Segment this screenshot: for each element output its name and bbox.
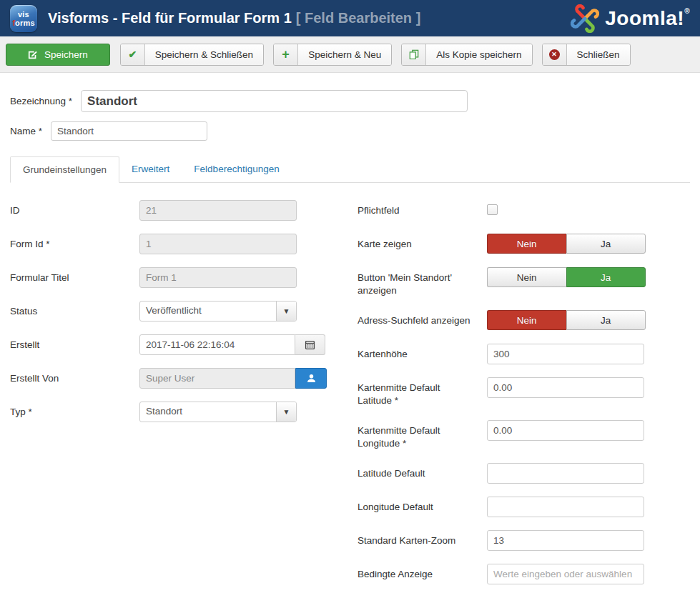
tab-erweitert[interactable]: Erweitert xyxy=(119,156,182,183)
id-input xyxy=(139,200,297,221)
mein-standort-nein-option[interactable]: Nein xyxy=(487,267,566,287)
bedingte-anzeige-label: Bedingte Anzeige xyxy=(358,564,487,581)
karte-zeigen-label: Karte zeigen xyxy=(358,234,487,251)
erstellt-von-row: Erstellt Von xyxy=(10,368,336,389)
karten-zoom-row: Standard Karten-Zoom xyxy=(358,530,690,551)
id-label: ID xyxy=(10,200,139,217)
longitude-default-input[interactable] xyxy=(487,497,644,517)
kartenmitte-latitude-row: Kartenmitte Default Latitude * xyxy=(358,377,690,407)
toolbar: Speichern ✔ Speichern & Schließen + Spei… xyxy=(0,36,700,73)
save-close-button[interactable]: ✔ Speichern & Schließen xyxy=(120,44,264,66)
save-button-label: Speichern xyxy=(44,49,88,60)
adress-suchfeld-row: Adress-Suchfeld anzeigen Nein Ja xyxy=(358,310,690,331)
typ-select[interactable]: Standort ▼ xyxy=(139,402,297,422)
close-button[interactable]: ✕ Schließen xyxy=(542,44,631,66)
id-row: ID xyxy=(10,200,336,221)
edit-form: Bezeichnung * Name * Grundeinstellungen … xyxy=(0,90,700,597)
save-copy-button-label: Als Kopie speichern xyxy=(426,44,531,65)
calendar-icon xyxy=(305,339,315,350)
mein-standort-ja-option[interactable]: Ja xyxy=(566,267,646,287)
kartenhoehe-label: Kartenhöhe xyxy=(358,344,487,361)
cancel-icon: ✕ xyxy=(549,49,560,60)
form-id-label: Form Id * xyxy=(10,234,139,251)
joomla-brand: Joomla!® xyxy=(571,4,690,33)
tab-grundeinstellungen[interactable]: Grundeinstellungen xyxy=(10,156,119,183)
pflichtfeld-checkbox[interactable] xyxy=(487,204,498,215)
save-new-button[interactable]: + Speichern & Neu xyxy=(273,44,392,66)
erstellt-input[interactable] xyxy=(139,334,295,355)
mein-standort-button-row: Button 'Mein Standort' anzeigen Nein Ja xyxy=(358,267,690,297)
save-copy-button[interactable]: Als Kopie speichern xyxy=(401,44,532,66)
adress-suchfeld-label: Adress-Suchfeld anzeigen xyxy=(358,310,487,327)
bedingte-anzeige-row: Bedingte Anzeige xyxy=(358,564,690,584)
typ-label: Typ * xyxy=(10,402,139,419)
bedingte-anzeige-input[interactable] xyxy=(487,564,644,584)
close-button-label: Schließen xyxy=(567,44,630,65)
caret-down-icon: ▼ xyxy=(276,302,296,321)
right-column: Pflichtfeld Karte zeigen Nein Ja Button … xyxy=(358,200,690,597)
save-close-button-label: Speichern & Schließen xyxy=(145,44,263,65)
select-user-button[interactable] xyxy=(295,368,327,389)
joomla-wordmark: Joomla!® xyxy=(605,7,690,30)
pflichtfeld-row: Pflichtfeld xyxy=(358,200,690,221)
longitude-default-label: Longitude Default xyxy=(358,497,487,514)
caret-down-icon: ▼ xyxy=(276,402,296,422)
karte-zeigen-ja-option[interactable]: Ja xyxy=(566,234,646,254)
page-title: Visforms - Feld für Formular Form 1[ Fel… xyxy=(48,10,420,26)
save-button[interactable]: Speichern xyxy=(6,44,110,66)
visforms-logo-line2: forms xyxy=(12,19,35,27)
visforms-logo-icon: vis forms xyxy=(10,5,37,32)
typ-select-value: Standort xyxy=(140,402,276,422)
kartenmitte-latitude-input[interactable] xyxy=(487,377,644,398)
formular-titel-label: Formular Titel xyxy=(10,267,139,284)
check-icon: ✔ xyxy=(128,49,137,60)
longitude-default-row: Longitude Default xyxy=(358,497,690,517)
status-label: Status xyxy=(10,301,139,318)
karte-zeigen-nein-option[interactable]: Nein xyxy=(487,234,566,254)
pflichtfeld-label: Pflichtfeld xyxy=(358,200,487,217)
settings-tabs: Grundeinstellungen Erweitert Feldberecht… xyxy=(10,156,690,183)
status-select[interactable]: Veröffentlicht ▼ xyxy=(139,301,297,322)
tab-feldberechtigungen[interactable]: Feldberechtigungen xyxy=(182,156,291,183)
name-label: Name * xyxy=(10,126,42,136)
erstellt-row: Erstellt xyxy=(10,334,336,355)
formular-titel-input xyxy=(139,267,297,288)
admin-header: vis forms Visforms - Feld für Formular F… xyxy=(0,0,700,36)
save-icon xyxy=(28,49,38,59)
typ-row: Typ * Standort ▼ xyxy=(10,402,336,422)
form-id-input xyxy=(139,234,297,254)
bezeichnung-label: Bezeichnung * xyxy=(10,96,72,106)
status-row: Status Veröffentlicht ▼ xyxy=(10,301,336,322)
karte-zeigen-toggle: Nein Ja xyxy=(487,234,646,254)
name-input[interactable] xyxy=(51,121,207,141)
visforms-logo-line1: vis xyxy=(18,10,29,19)
plus-icon: + xyxy=(282,48,290,61)
save-new-button-label: Speichern & Neu xyxy=(298,44,391,65)
bezeichnung-input[interactable] xyxy=(81,90,468,112)
adress-suchfeld-ja-option[interactable]: Ja xyxy=(566,310,646,330)
formular-titel-row: Formular Titel xyxy=(10,267,336,288)
joomla-logo-icon xyxy=(571,4,599,33)
adress-suchfeld-nein-option[interactable]: Nein xyxy=(487,310,566,330)
kartenmitte-latitude-label: Kartenmitte Default Latitude * xyxy=(358,377,487,407)
erstellt-von-input xyxy=(139,368,295,389)
user-icon xyxy=(306,373,317,384)
bezeichnung-row: Bezeichnung * xyxy=(10,90,690,112)
kartenhoehe-input[interactable] xyxy=(487,344,644,364)
calendar-button[interactable] xyxy=(295,334,325,355)
kartenmitte-longitude-input[interactable] xyxy=(487,420,644,441)
page-title-main: Visforms - Feld für Formular Form 1 xyxy=(48,10,292,26)
copy-icon xyxy=(409,49,419,59)
status-select-value: Veröffentlicht xyxy=(140,302,276,321)
adress-suchfeld-toggle: Nein Ja xyxy=(487,310,646,330)
mein-standort-button-label: Button 'Mein Standort' anzeigen xyxy=(358,267,487,297)
latitude-default-input[interactable] xyxy=(487,463,644,484)
left-column: ID Form Id * Formular Titel Status Veröf… xyxy=(10,200,336,597)
kartenhoehe-row: Kartenhöhe xyxy=(358,344,690,364)
form-id-row: Form Id * xyxy=(10,234,336,254)
kartenmitte-longitude-row: Kartenmitte Default Longitude * xyxy=(358,420,690,450)
kartenmitte-longitude-label: Kartenmitte Default Longitude * xyxy=(358,420,487,450)
karten-zoom-input[interactable] xyxy=(487,530,644,551)
karte-zeigen-row: Karte zeigen Nein Ja xyxy=(358,234,690,254)
page-title-subtitle: [ Feld Bearbeiten ] xyxy=(296,10,420,26)
